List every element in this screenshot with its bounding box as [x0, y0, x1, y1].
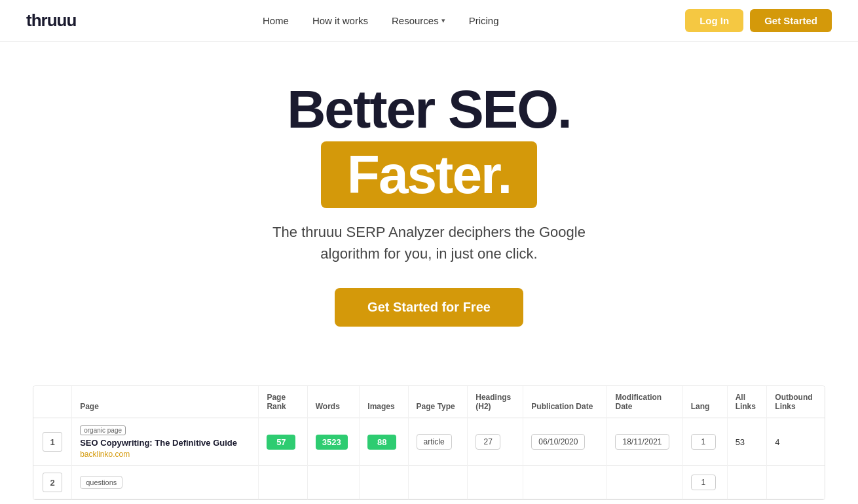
col-page-rank: PageRank — [259, 386, 307, 418]
words-value: 3523 — [316, 435, 348, 450]
outbound-links-cell — [767, 466, 825, 499]
page-rank-value: 57 — [267, 435, 295, 450]
col-rank — [33, 386, 72, 418]
headings-cell — [468, 466, 523, 499]
hero-title-line2: Faster. — [347, 145, 511, 204]
hero-subtitle: The thruuu SERP Analyzer deciphers the G… — [246, 221, 612, 264]
pub-date-cell: 06/10/2020 — [523, 418, 607, 466]
images-cell: 88 — [360, 418, 408, 466]
hero-title-line1: Better SEO. — [13, 81, 845, 137]
nav-links: Home How it works Resources ▾ Pricing — [263, 15, 499, 27]
table-header-row: Page PageRank Words Images Page Type Hea… — [33, 386, 825, 418]
nav-resources[interactable]: Resources ▾ — [392, 15, 445, 26]
nav-home[interactable]: Home — [263, 15, 289, 26]
images-cell — [360, 466, 408, 499]
lang-cell-2: 1 — [682, 466, 727, 499]
hero-title-line2-wrapper: Faster. — [321, 141, 537, 208]
col-page-type: Page Type — [408, 386, 468, 418]
col-page: Page — [72, 386, 259, 418]
questions-badge: questions — [80, 476, 122, 489]
hero-section: Better SEO. Faster. The thruuu SERP Anal… — [0, 42, 858, 353]
login-button[interactable]: Log In — [685, 9, 743, 32]
col-headings: Headings(H2) — [468, 386, 523, 418]
outbound-links-cell: 4 — [767, 418, 825, 466]
mod-date-cell: 18/11/2021 — [607, 418, 682, 466]
rank-cell: 2 — [33, 466, 72, 499]
nav-actions: Log In Get Started — [685, 9, 832, 32]
headings-cell: 27 — [468, 418, 523, 466]
navbar: thruuu Home How it works Resources ▾ Pri… — [0, 0, 858, 42]
col-images: Images — [360, 386, 408, 418]
col-all-links: AllLinks — [727, 386, 767, 418]
words-cell: 3523 — [307, 418, 360, 466]
page-type-cell: article — [408, 418, 468, 466]
rank-number: 1 — [43, 432, 62, 452]
outbound-links-value: 4 — [775, 437, 779, 447]
rank-cell: 1 — [33, 418, 72, 466]
lang-value: 1 — [691, 434, 716, 450]
col-words: Words — [307, 386, 360, 418]
all-links-cell — [727, 466, 767, 499]
page-rank-cell — [259, 466, 307, 499]
nav-how-it-works[interactable]: How it works — [312, 15, 368, 26]
col-lang: Lang — [682, 386, 727, 418]
data-table-section: Page PageRank Words Images Page Type Hea… — [33, 386, 825, 500]
organic-badge: organic page — [80, 425, 126, 435]
col-outbound-links: OutboundLinks — [767, 386, 825, 418]
images-value: 88 — [367, 435, 396, 450]
get-started-nav-button[interactable]: Get Started — [750, 9, 832, 32]
table-row: 1 organic page SEO Copywriting: The Defi… — [33, 418, 825, 466]
page-cell: organic page SEO Copywriting: The Defini… — [72, 418, 259, 466]
col-mod-date: ModificationDate — [607, 386, 682, 418]
pub-date-value: 06/10/2020 — [531, 434, 585, 450]
logo: thruuu — [26, 10, 76, 31]
page-domain: backlinko.com — [80, 450, 130, 459]
lang-value-2: 1 — [691, 475, 716, 490]
page-cell: questions — [72, 466, 259, 499]
nav-pricing[interactable]: Pricing — [469, 15, 499, 26]
table-row: 2 questions 1 — [33, 466, 825, 499]
all-links-value: 53 — [736, 437, 745, 447]
headings-value: 27 — [476, 434, 500, 450]
mod-date-cell — [607, 466, 682, 499]
words-cell — [307, 466, 360, 499]
page-type-value: article — [417, 434, 452, 450]
mod-date-value: 18/11/2021 — [615, 434, 669, 450]
all-links-cell: 53 — [727, 418, 767, 466]
page-rank-cell: 57 — [259, 418, 307, 466]
col-pub-date: Publication Date — [523, 386, 607, 418]
cta-button[interactable]: Get Started for Free — [335, 288, 523, 327]
pub-date-cell — [523, 466, 607, 499]
results-table: Page PageRank Words Images Page Type Hea… — [33, 386, 825, 499]
page-type-cell — [408, 466, 468, 499]
lang-cell: 1 — [682, 418, 727, 466]
rank-number: 2 — [43, 473, 62, 492]
chevron-down-icon: ▾ — [441, 16, 445, 25]
page-title: SEO Copywriting: The Definitive Guide — [80, 438, 250, 448]
